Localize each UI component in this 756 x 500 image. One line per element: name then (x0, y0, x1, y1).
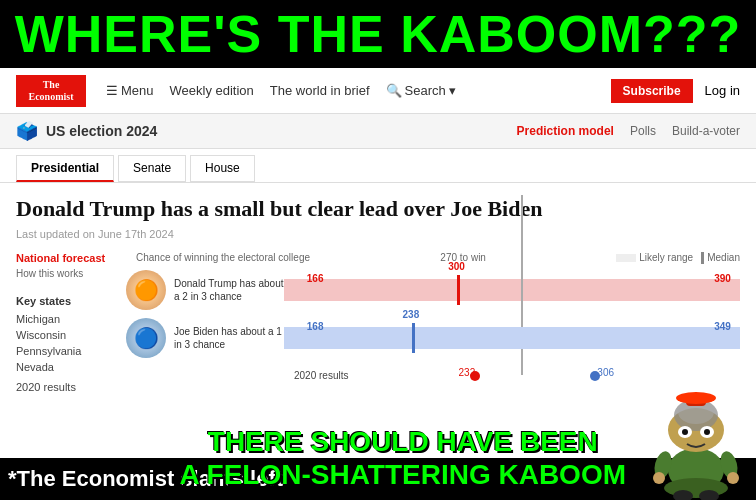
marvin-svg (641, 370, 751, 500)
legend-median-line (701, 252, 704, 264)
marvin-character (636, 370, 756, 500)
trump-median-num: 300 (448, 261, 465, 272)
subscribe-button[interactable]: Subscribe (611, 79, 693, 103)
article-title: Donald Trump has a small but clear lead … (16, 195, 740, 224)
biden-row: 🔵 Joe Biden has about a 1 in 3 chance 16… (126, 318, 740, 358)
menu-button[interactable]: ☰ Menu (106, 83, 154, 98)
search-icon: 🔍 (386, 83, 402, 98)
search-button[interactable]: 🔍 Search ▾ (386, 83, 456, 98)
world-in-brief-link[interactable]: The world in brief (270, 83, 370, 98)
trump-2020-num: 232 (459, 367, 476, 378)
last-updated: Last updated on June 17th 2024 (16, 228, 740, 240)
biden-bar-container: 168 238 349 (284, 323, 740, 353)
trump-label: Donald Trump has about a 2 in 3 chance (174, 277, 284, 303)
header-right: Subscribe Log in (611, 79, 740, 103)
chart-header-label: Chance of winning the electoral college (136, 252, 310, 263)
biden-2020-num: 306 (597, 367, 614, 378)
biden-high-num: 349 (714, 321, 731, 332)
svg-point-10 (682, 429, 688, 435)
state-nevada[interactable]: Nevada (16, 361, 126, 373)
trump-bar-range (284, 279, 740, 301)
how-this-works-link[interactable]: How this works (16, 268, 126, 279)
tabs-row: Presidential Senate House (0, 149, 756, 183)
chevron-down-icon: ▾ (449, 83, 456, 98)
legend-range-box (616, 254, 636, 262)
login-link[interactable]: Log in (705, 83, 740, 98)
svg-point-7 (676, 392, 716, 404)
trump-row: 🟠 Donald Trump has about a 2 in 3 chance… (126, 270, 740, 310)
election-title: US election 2024 (46, 123, 157, 139)
trump-low-num: 166 (307, 273, 324, 284)
svg-point-15 (727, 472, 739, 484)
biden-bar-range (284, 327, 740, 349)
polls-link[interactable]: Polls (630, 124, 656, 138)
tab-presidential[interactable]: Presidential (16, 155, 114, 182)
trump-avatar: 🟠 (126, 270, 166, 310)
tab-house[interactable]: House (190, 155, 255, 182)
biden-bar-median (412, 323, 415, 353)
hamburger-icon: ☰ (106, 83, 118, 98)
legend-median: Median (701, 252, 740, 264)
year-2020: 2020 results (294, 370, 348, 381)
meme-bottom-right-text: THERE SHOULD HAVE BEEN A FELON-SHATTERIN… (180, 425, 626, 492)
chart-sidebar: National forecast How this works Key sta… (16, 252, 126, 393)
meme-top-text: WHERE'S THE KABOOM??? (0, 0, 756, 67)
biden-median-num: 238 (403, 309, 420, 320)
biden-label: Joe Biden has about a 1 in 3 chance (174, 325, 284, 351)
trump-bar-median (457, 275, 460, 305)
chart-header: Chance of winning the electoral college … (126, 252, 740, 264)
svg-point-14 (653, 472, 665, 484)
chart-legend: Likely range Median (616, 252, 740, 264)
biden-avatar: 🔵 (126, 318, 166, 358)
tab-senate[interactable]: Senate (118, 155, 186, 182)
election-banner: 🗳️ US election 2024 Prediction model Pol… (0, 114, 756, 149)
key-states-label: Key states (16, 295, 126, 307)
us-flag-icon: 🗳️ (16, 120, 38, 142)
prediction-model-link[interactable]: Prediction model (517, 124, 614, 138)
banner-nav: Prediction model Polls Build-a-voter (517, 124, 740, 138)
svg-point-11 (704, 429, 710, 435)
trump-high-num: 390 (714, 273, 731, 284)
state-pennsylvania[interactable]: Pennsylvania (16, 345, 126, 357)
state-michigan[interactable]: Michigan (16, 313, 126, 325)
year-2020-label: 2020 results (16, 381, 126, 393)
header-nav: ☰ Menu Weekly edition The world in brief… (106, 83, 456, 98)
legend-range: Likely range (616, 252, 693, 263)
biden-low-num: 168 (307, 321, 324, 332)
state-wisconsin[interactable]: Wisconsin (16, 329, 126, 341)
build-a-voter-link[interactable]: Build-a-voter (672, 124, 740, 138)
trump-bar-container: 166 300 390 (284, 275, 740, 305)
weekly-edition-link[interactable]: Weekly edition (170, 83, 254, 98)
chart-area: National forecast How this works Key sta… (16, 252, 740, 393)
national-forecast-label: National forecast (16, 252, 126, 264)
economist-header: The Economist ☰ Menu Weekly edition The … (0, 68, 756, 114)
economist-logo: The Economist (16, 75, 86, 107)
